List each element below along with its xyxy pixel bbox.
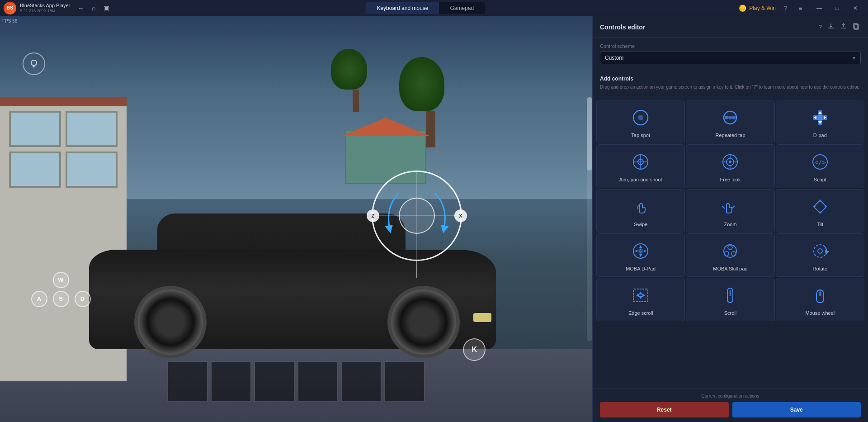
hotbar-slot-3 bbox=[254, 361, 295, 402]
window-4 bbox=[66, 152, 118, 188]
svg-text:6: 6 bbox=[639, 249, 642, 254]
joystick-outer: Z X bbox=[372, 171, 462, 261]
svg-rect-57 bbox=[819, 292, 821, 296]
svg-point-48 bbox=[818, 249, 822, 253]
bulb-icon bbox=[28, 58, 39, 69]
control-tap-spot[interactable]: Tap spot bbox=[596, 100, 685, 143]
hint-icon[interactable] bbox=[23, 52, 45, 75]
window-1 bbox=[9, 111, 61, 147]
control-moba-dpad[interactable]: 6 MOBA D-Pad bbox=[596, 233, 685, 277]
svg-point-43 bbox=[724, 245, 736, 257]
close-button[interactable]: ✕ bbox=[846, 0, 864, 16]
hotbar-slot-2 bbox=[211, 361, 251, 402]
control-mouse-wheel[interactable]: Mouse wheel bbox=[776, 278, 864, 321]
mouse-wheel-label: Mouse wheel bbox=[805, 310, 835, 316]
joystick-inner bbox=[399, 198, 435, 234]
import-icon bbox=[827, 23, 835, 30]
save-button[interactable]: Save bbox=[732, 402, 861, 417]
control-script[interactable]: </> Script bbox=[776, 144, 864, 188]
tap-spot-icon bbox=[630, 107, 651, 128]
moba-dpad-label: MOBA D-Pad bbox=[626, 266, 656, 272]
script-icon: </> bbox=[809, 151, 831, 173]
app-name: BlueStacks App Player bbox=[20, 3, 70, 9]
footer-buttons: Reset Save bbox=[600, 402, 861, 417]
panel-header-icons: ? bbox=[817, 22, 861, 32]
config-label: Current configuration actions bbox=[600, 394, 861, 398]
wasd-top-row: W bbox=[30, 270, 92, 289]
tab-keyboard[interactable]: Keyboard and mouse bbox=[366, 2, 439, 14]
window-2 bbox=[66, 111, 118, 147]
svg-point-0 bbox=[31, 60, 37, 66]
control-scheme-section: Control scheme Custom ▼ bbox=[593, 38, 868, 70]
svg-point-10 bbox=[732, 116, 736, 119]
repeated-tap-icon bbox=[719, 107, 741, 128]
tab-group: Keyboard and mouse Gamepad bbox=[366, 2, 485, 14]
control-aim-pan[interactable]: Aim, pan and shoot bbox=[596, 144, 685, 188]
svg-point-24 bbox=[729, 161, 731, 163]
svg-point-8 bbox=[725, 116, 728, 119]
wasd-middle-row: A S D bbox=[30, 289, 92, 308]
scheme-select-wrapper: Custom ▼ bbox=[600, 52, 861, 64]
panel-header: Controls editor ? bbox=[593, 16, 868, 38]
zoom-label: Zoom bbox=[724, 221, 736, 228]
svg-text:</>: </> bbox=[814, 159, 826, 166]
hotbar-slot-5 bbox=[341, 361, 382, 402]
maximize-button[interactable]: □ bbox=[828, 0, 846, 16]
fps-label: FPS 56 bbox=[2, 19, 17, 24]
back-button[interactable]: ← bbox=[75, 3, 86, 14]
top-bar-actions: ? ≡ bbox=[779, 2, 807, 14]
svg-rect-31 bbox=[814, 200, 826, 213]
control-tilt[interactable]: Tilt bbox=[776, 189, 864, 232]
control-edge-scroll[interactable]: Edge scroll bbox=[596, 278, 685, 321]
key-badge-x: X bbox=[454, 209, 467, 222]
game-area: Z X W A S D K bbox=[0, 16, 592, 422]
history-button[interactable]: ▣ bbox=[101, 3, 112, 14]
panel-help-button[interactable]: ? bbox=[817, 22, 823, 32]
control-repeated-tap[interactable]: Repeated tap bbox=[686, 100, 774, 143]
car-wheel-left bbox=[134, 286, 207, 358]
control-rotate[interactable]: Rotate bbox=[776, 233, 864, 277]
top-bar: BS BlueStacks App Player 5.21.218.2002 P… bbox=[0, 0, 868, 16]
panel-import-button[interactable] bbox=[826, 22, 835, 32]
panel-export-button[interactable] bbox=[839, 22, 848, 32]
scheme-select[interactable]: Custom bbox=[600, 52, 861, 64]
tilt-icon bbox=[809, 196, 831, 218]
minimize-button[interactable]: — bbox=[810, 0, 828, 16]
control-dpad[interactable]: D-pad bbox=[776, 100, 864, 143]
add-controls-section: Add controls Drag and drop an action on … bbox=[593, 70, 868, 96]
hotbar-slot-6 bbox=[384, 361, 425, 402]
tab-gamepad[interactable]: Gamepad bbox=[439, 2, 485, 14]
edge-scroll-icon bbox=[630, 284, 651, 306]
scheme-label: Control scheme bbox=[600, 43, 861, 49]
script-label: Script bbox=[814, 176, 826, 183]
menu-button[interactable]: ≡ bbox=[794, 2, 807, 14]
add-controls-title: Add controls bbox=[600, 76, 861, 82]
dpad-label: D-pad bbox=[813, 132, 827, 138]
help-button[interactable]: ? bbox=[779, 2, 792, 14]
game-background: Z X W A S D K bbox=[0, 16, 592, 422]
control-swipe[interactable]: Swipe bbox=[596, 189, 685, 232]
play-win-button[interactable]: 🪙 Play & Win bbox=[739, 5, 776, 12]
tree-foliage-2 bbox=[331, 49, 367, 90]
control-moba-skill[interactable]: MOBA Skill pad bbox=[686, 233, 774, 277]
zoom-icon bbox=[719, 196, 741, 218]
controls-grid: Tap spot Repeated tap bbox=[593, 96, 868, 389]
repeated-tap-label: Repeated tap bbox=[715, 132, 745, 138]
reset-button[interactable]: Reset bbox=[600, 402, 729, 417]
moba-skill-icon bbox=[719, 240, 741, 262]
tree-trunk-1 bbox=[426, 111, 435, 147]
home-button[interactable]: ⌂ bbox=[88, 3, 99, 14]
panel-copy-button[interactable] bbox=[852, 22, 861, 32]
svg-point-17 bbox=[818, 115, 822, 120]
control-free-look[interactable]: Free look bbox=[686, 144, 774, 188]
free-look-icon bbox=[719, 151, 741, 173]
building-roof bbox=[0, 97, 127, 106]
app-version: 5.21.218.2002 P64 bbox=[20, 9, 70, 14]
key-s: S bbox=[53, 291, 69, 307]
add-controls-desc: Drag and drop an action on your game scr… bbox=[600, 84, 861, 90]
rotate-label: Rotate bbox=[813, 266, 827, 272]
control-scroll[interactable]: Scroll bbox=[686, 278, 774, 321]
svg-point-45 bbox=[724, 251, 729, 256]
control-zoom[interactable]: Zoom bbox=[686, 189, 774, 232]
svg-point-6 bbox=[638, 115, 643, 120]
